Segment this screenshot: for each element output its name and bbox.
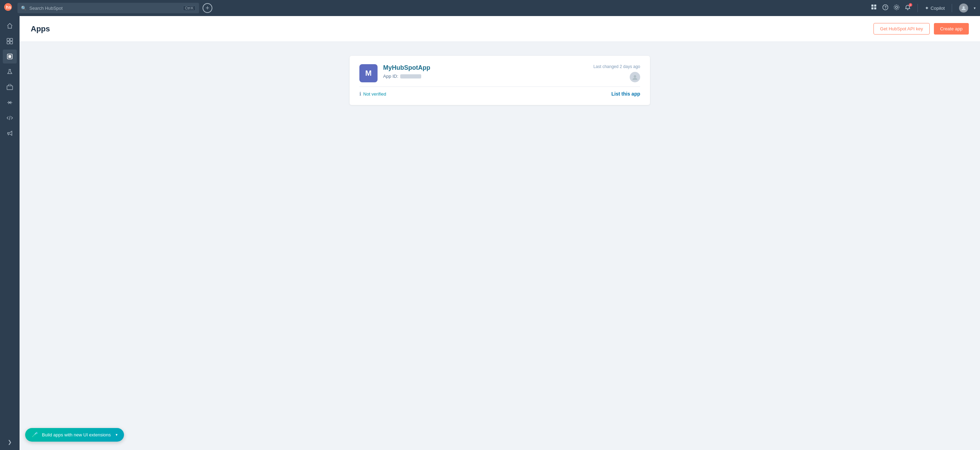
- search-bar[interactable]: 🔍 Search HubSpot Ctrl K: [18, 3, 199, 13]
- search-icon: 🔍: [21, 6, 27, 11]
- app-id-label: App ID:: [383, 74, 398, 79]
- svg-text:?: ?: [884, 6, 886, 10]
- user-dropdown-icon[interactable]: ▾: [974, 6, 976, 11]
- sidebar-item-home[interactable]: [3, 19, 17, 33]
- header-actions: Get HubSpot API key Create app: [873, 23, 969, 35]
- sidebar: ❯: [0, 16, 19, 450]
- app-meta: Last changed 2 days ago: [593, 64, 640, 82]
- app-card-bottom: ℹ Not verified List this app: [360, 91, 640, 97]
- page-header: Apps Get HubSpot API key Create app: [19, 16, 980, 42]
- list-app-link[interactable]: List this app: [611, 91, 640, 97]
- svg-text:hs: hs: [6, 5, 11, 10]
- create-app-button[interactable]: Create app: [934, 23, 969, 35]
- help-icon[interactable]: ?: [883, 5, 888, 11]
- svg-rect-4: [871, 7, 873, 10]
- svg-rect-2: [871, 5, 873, 6]
- svg-rect-12: [10, 38, 13, 41]
- svg-rect-13: [7, 41, 10, 44]
- add-button[interactable]: +: [202, 3, 212, 13]
- not-verified-label: Not verified: [363, 91, 386, 97]
- main-content: Apps Get HubSpot API key Create app M My…: [19, 16, 980, 450]
- app-icon[interactable]: M: [360, 64, 377, 82]
- last-changed: Last changed 2 days ago: [593, 64, 640, 69]
- banner-label: Build apps with new UI extensions: [42, 432, 111, 437]
- app-user-avatar[interactable]: [630, 72, 640, 82]
- svg-rect-5: [874, 7, 876, 10]
- svg-point-24: [634, 75, 636, 78]
- user-avatar[interactable]: [959, 3, 968, 13]
- sidebar-item-tools[interactable]: [3, 95, 17, 109]
- app-name[interactable]: MyHubSpotApp: [383, 64, 430, 71]
- svg-rect-16: [8, 55, 11, 58]
- app-card-divider: [360, 87, 640, 87]
- notification-badge: 2: [909, 3, 912, 6]
- top-navigation: hs 🔍 Search HubSpot Ctrl K + ?: [0, 0, 980, 16]
- notification-icon[interactable]: 2: [905, 5, 910, 11]
- svg-point-9: [894, 5, 899, 10]
- sidebar-item-apps[interactable]: [3, 49, 17, 63]
- get-api-key-button[interactable]: Get HubSpot API key: [873, 23, 930, 35]
- last-changed-text: Last changed 2 days ago: [593, 64, 640, 69]
- app-id-value: [400, 74, 421, 79]
- not-verified-status: ℹ Not verified: [360, 91, 386, 97]
- app-card-top: M MyHubSpotApp App ID: Last changed 2 da…: [360, 64, 640, 82]
- info-icon: ℹ: [360, 91, 361, 97]
- copilot-star-icon: ✦: [925, 5, 929, 11]
- search-placeholder: Search HubSpot: [29, 6, 180, 11]
- sidebar-item-code[interactable]: [3, 111, 17, 125]
- banner-icon: 🧪: [32, 431, 38, 438]
- svg-rect-14: [10, 41, 13, 44]
- svg-rect-18: [7, 86, 13, 90]
- svg-point-10: [963, 6, 965, 8]
- app-details: MyHubSpotApp App ID:: [383, 64, 430, 79]
- grid-icon[interactable]: [871, 5, 877, 11]
- page-title: Apps: [31, 24, 50, 33]
- search-shortcut: Ctrl K: [183, 6, 196, 11]
- floating-banner[interactable]: 🧪 Build apps with new UI extensions ▾: [25, 428, 124, 442]
- svg-point-8: [896, 6, 897, 8]
- settings-icon[interactable]: [894, 5, 899, 11]
- sidebar-item-marketing[interactable]: [3, 126, 17, 140]
- svg-line-22: [10, 116, 10, 120]
- sidebar-item-lab[interactable]: [3, 65, 17, 79]
- svg-rect-11: [7, 38, 10, 41]
- hubspot-logo[interactable]: hs: [4, 3, 12, 13]
- banner-chevron-icon: ▾: [116, 433, 118, 437]
- nav-icons: ? 2 ✦ Copilot ▾: [871, 3, 976, 13]
- copilot-label: Copilot: [931, 6, 945, 11]
- page-body: M MyHubSpotApp App ID: Last changed 2 da…: [19, 42, 980, 450]
- app-info: M MyHubSpotApp App ID:: [360, 64, 430, 82]
- sidebar-expand-button[interactable]: ❯: [3, 437, 17, 447]
- app-id-row: App ID:: [383, 74, 430, 79]
- sidebar-item-marketplace[interactable]: [3, 80, 17, 94]
- svg-rect-3: [874, 5, 876, 6]
- sidebar-item-dashboard[interactable]: [3, 34, 17, 48]
- app-card: M MyHubSpotApp App ID: Last changed 2 da…: [350, 56, 650, 105]
- copilot-button[interactable]: ✦ Copilot: [925, 5, 945, 11]
